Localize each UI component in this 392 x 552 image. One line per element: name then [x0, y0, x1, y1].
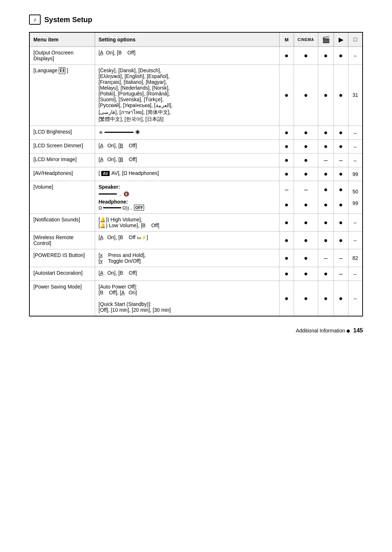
menu-cell: [Volume]: [29, 181, 95, 214]
table-row: [Power Saving Mode] [Auto Power Off]: [B…: [29, 281, 363, 316]
table-row: [LCD Mirror Image] [A On], [B Off] ● ● –…: [29, 154, 363, 167]
dot-m: ●: [279, 267, 294, 281]
dot-m: –●: [279, 181, 294, 214]
table-row: [Autostart Decoration] [A On], [B Off] ●…: [29, 267, 363, 281]
footer-page: 145: [353, 327, 363, 334]
setting-cell: [🔔)) High Volume], [🔔) Low Volume], [B O…: [95, 214, 279, 232]
headphone-setting: Headphone: Ω Ω)) , OFF: [99, 199, 276, 210]
system-setup-table: Menu item Setting options M CINEMA 🎬 ▶ □: [29, 32, 363, 316]
dot-i3: ●: [318, 140, 334, 154]
table-row: [Output Onscreen Displays] [A On], [B Of…: [29, 47, 363, 65]
dot-cinema: ●: [294, 167, 318, 181]
num-i5: 82: [348, 249, 363, 267]
table-row: [AV/Headphones] [ AV AV], [Ω Headphones]…: [29, 167, 363, 181]
menu-cell: [LCD Screen Dimmer]: [29, 140, 95, 154]
num-i5: –: [348, 154, 363, 167]
dot-i3: ●: [318, 267, 334, 281]
setting-cell: [ AV AV], [Ω Headphones]: [95, 167, 279, 181]
icon4-header: ▶: [334, 32, 348, 47]
dot-i3: ●: [318, 232, 334, 249]
table-row: [Wireless Remote Control] [A On], [B Off…: [29, 232, 363, 249]
dot-i4: ●: [334, 126, 348, 140]
dot-cinema: ●: [294, 65, 318, 126]
dot-i3: ●: [318, 126, 334, 140]
m-header: M: [279, 32, 294, 47]
setting-options-header: Setting options: [95, 32, 279, 47]
table-row: [Language 🎞 ] [Česky], [Dansk], [Deutsch…: [29, 65, 363, 126]
dot-m: ●: [279, 65, 294, 126]
table-row: [POWERED IS Button] [x Press and Hold], …: [29, 249, 363, 267]
setting-cell: [A On], [B Off]: [95, 154, 279, 167]
dot-cinema: ●: [294, 47, 318, 65]
dot-cinema: ●: [294, 214, 318, 232]
dot-i4: –: [334, 249, 348, 267]
dot-i4: ●: [334, 167, 348, 181]
dot-i4: ●: [334, 140, 348, 154]
page-title: ♪ System Setup: [29, 15, 363, 25]
table-row: [LCD Screen Dimmer] [A On], [B Off] ● ● …: [29, 140, 363, 154]
menu-cell: [Power Saving Mode]: [29, 281, 95, 316]
setting-cell: [A On], [B Off ㎞⚡]: [95, 232, 279, 249]
setting-cell: [x Press and Hold], [y Toggle On/Off]: [95, 249, 279, 267]
dot-i3: –: [318, 249, 334, 267]
menu-cell: [Notification Sounds]: [29, 214, 95, 232]
speaker-setting: Speaker: , 🔇: [99, 184, 276, 197]
num-i5: –: [348, 47, 363, 65]
dot-i4: ●: [334, 232, 348, 249]
dot-m: ●: [279, 281, 294, 316]
table-row: [LCD Brightness] ✳ ✳ ● ● ● ● –: [29, 126, 363, 140]
dot-m: ●: [279, 126, 294, 140]
num-i5: –: [348, 214, 363, 232]
dot-m: ●: [279, 249, 294, 267]
dot-i4: ●●: [334, 181, 348, 214]
dot-cinema: ●: [294, 281, 318, 316]
dot-m: ●: [279, 167, 294, 181]
dot-m: ●: [279, 140, 294, 154]
num-i5: –: [348, 126, 363, 140]
diamond-icon: ◆: [346, 328, 352, 334]
dot-i4: –: [334, 154, 348, 167]
setting-cell: Speaker: , 🔇 Headphone: Ω Ω)) , OFF: [95, 181, 279, 214]
table-row: [Notification Sounds] [🔔)) High Volume],…: [29, 214, 363, 232]
dot-m: ●: [279, 47, 294, 65]
dot-cinema: –●: [294, 181, 318, 214]
footer: Additional Information ◆ 145: [29, 327, 363, 334]
headphone-bar: Ω Ω)) , OFF: [99, 205, 276, 210]
num-i5: –: [348, 281, 363, 316]
dot-i3: ●: [318, 47, 334, 65]
menu-cell: [AV/Headphones]: [29, 167, 95, 181]
menu-cell: [POWERED IS Button]: [29, 249, 95, 267]
icon3-header: 🎬: [318, 32, 334, 47]
dot-i3: ●: [318, 214, 334, 232]
dot-i4: ●: [334, 281, 348, 316]
dot-cinema: ●: [294, 232, 318, 249]
setting-cell: [Česky], [Dansk], [Deutsch], [Ελληνικά],…: [95, 65, 279, 126]
dot-i3: ●: [318, 281, 334, 316]
num-i5: –: [348, 140, 363, 154]
dot-i4: ●: [334, 65, 348, 126]
dot-i4: ●: [334, 47, 348, 65]
dot-i3: ●: [318, 65, 334, 126]
speaker-bar: , 🔇: [99, 191, 130, 197]
num-i5: –: [348, 232, 363, 249]
dot-i4: –: [334, 267, 348, 281]
menu-cell: [Language 🎞 ]: [29, 65, 95, 126]
dot-i3: –: [318, 154, 334, 167]
dot-i3: ●●: [318, 181, 334, 214]
dot-cinema: ●: [294, 249, 318, 267]
dot-m: ●: [279, 232, 294, 249]
brightness-bar: ✳ ✳: [99, 129, 140, 136]
dot-cinema: ●: [294, 267, 318, 281]
menu-cell: [Autostart Decoration]: [29, 267, 95, 281]
setting-cell: [A On], [B Off]: [95, 47, 279, 65]
menu-item-header: Menu item: [29, 32, 95, 47]
dot-cinema: ●: [294, 126, 318, 140]
dot-i4: ●: [334, 214, 348, 232]
icon5-header: □: [348, 32, 363, 47]
num-i5: 31: [348, 65, 363, 126]
menu-cell: [Output Onscreen Displays]: [29, 47, 95, 65]
dot-cinema: ●: [294, 140, 318, 154]
dot-i3: ●: [318, 167, 334, 181]
setting-cell: [A On], [B Off]: [95, 140, 279, 154]
menu-cell: [Wireless Remote Control]: [29, 232, 95, 249]
